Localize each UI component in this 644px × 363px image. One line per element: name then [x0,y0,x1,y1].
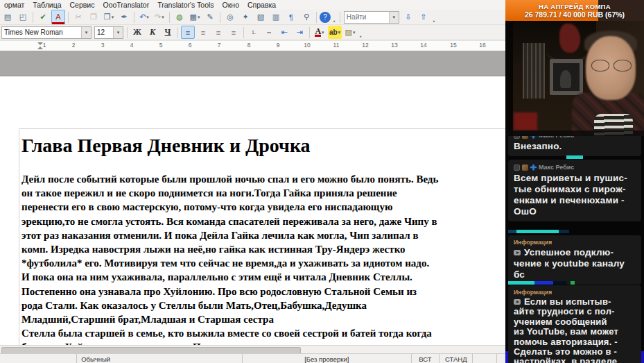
ruler-mark: 11 [333,42,340,49]
document-line: И пока она на ним ухаживала, параллельно… [21,270,438,284]
gallery-icon[interactable]: ▧ [254,10,268,24]
help-icon[interactable]: ? [320,12,331,23]
chevron-down-icon[interactable]: ▾ [389,12,399,23]
toolbar-separator [127,27,128,38]
document-line: рода Стали. Как оказалось у Стеллы были … [21,298,438,312]
ruler-mark: 16 [479,42,485,49]
hyperlink-icon[interactable]: ◍ [173,10,186,24]
toolbar-overflow-handle[interactable]: ▪ [433,18,435,24]
paste-icon[interactable]: ❒ [102,10,116,24]
chevron-down-icon[interactable]: ▾ [81,27,91,38]
toolbar-separator [309,27,310,38]
draw-icon[interactable]: ✎ [203,10,217,24]
chat-text: Успешное подклю- [524,247,613,258]
find-previous-icon[interactable]: ⇧ [417,10,430,24]
chat-text-line: бс [514,269,636,280]
toolbar-separator [177,27,178,38]
standard-toolbar: ▤ ◰ ✔ A ✂ ❐ ❒ ✒ ↶ ↷ ◍ ▦ ✎ ◎ ✦ ▧ ▥ ¶ ⚲ ? … [0,10,505,25]
menu-format[interactable]: ормат [0,1,28,9]
copy-icon[interactable]: ❐ [87,10,101,24]
chevron-down-icon[interactable]: ▾ [113,27,123,38]
spellcheck-icon[interactable]: ✔ [36,10,50,24]
chat-system-message: Информация Успешное подклю- чение к yout… [508,235,641,285]
menu-table[interactable]: Таблица [28,1,65,9]
ruler-mark: 7 [218,42,221,49]
page-preview-icon[interactable]: ◰ [16,10,30,24]
chat-text-line: Внезапно. [514,141,636,152]
wrench-badge-icon [530,164,537,171]
toolbar-separator [134,12,134,23]
chat-info-label: Информация [514,289,636,296]
document-page[interactable]: Глава Первая Дневник и Дрочка Дейл после… [0,76,505,345]
font-size-input[interactable] [95,27,113,38]
undo-icon[interactable]: ↶ [137,10,151,24]
align-left-icon[interactable]: ≡ [181,26,195,39]
auto-spellcheck-icon[interactable]: A [51,10,65,24]
ruler-mark: 10 [304,42,310,49]
status-language[interactable]: [Без проверки] [243,354,412,363]
chat-text-line: учением сообщений [514,317,636,327]
donation-goal-widget: НА АПГРЕЙД КОМПА 26 789.71 / 40 000 RUB … [505,0,644,21]
menu-window[interactable]: Окно [218,1,243,9]
format-paintbrush-icon[interactable]: ✒ [117,10,131,24]
formatting-marks-icon[interactable]: ¶ [284,10,298,24]
menu-help[interactable]: Справка [243,1,280,9]
ruler-mark: 15 [450,42,456,49]
bullet-list-icon[interactable]: •• [262,26,276,39]
zoom-icon[interactable]: ⚲ [299,10,313,24]
status-page-style[interactable]: Обычный [77,354,243,363]
print-icon[interactable]: ▤ [1,10,15,24]
find-replace-icon[interactable]: ◎ [223,10,237,24]
status-empty-cell [473,354,497,363]
chat-text-line: енками и печенюхами - [514,195,636,206]
cut-icon[interactable]: ✂ [71,10,85,24]
menu-tools[interactable]: Сервис [66,1,99,9]
chat-info-label: Информация [514,239,636,246]
bold-button[interactable]: Ж [130,26,144,39]
align-right-icon[interactable]: ≡ [211,26,225,39]
table-icon[interactable]: ▦ [188,10,202,24]
font-size-combobox[interactable]: ▾ [94,26,123,39]
font-name-combobox[interactable]: ▾ [1,26,92,39]
font-name-input[interactable] [2,27,81,38]
underline-button[interactable]: Ч [161,26,175,39]
goal-amount: 26 789.71 / 40 000 RUB (67%) [525,10,625,19]
goal-text: НА АПГРЕЙД КОМПА 26 789.71 / 40 000 RUB … [505,0,644,21]
toolbar-separator [68,12,69,23]
menu-translators-tools[interactable]: Translator's Tools [153,1,218,9]
highlighting-icon[interactable]: ab [328,26,342,39]
background-color-icon[interactable]: ▨ [343,26,357,39]
align-justify-icon[interactable]: ≡ [227,26,241,39]
toolbar-overflow-handle[interactable]: ▪ [333,18,336,24]
redo-icon[interactable]: ↷ [153,10,166,24]
data-sources-icon[interactable]: ▥ [269,10,283,24]
status-bar: Обычный [Без проверки] ВСТ СТАНД [0,353,505,363]
toolbar-separator [340,12,340,23]
increase-indent-icon[interactable]: ⇥ [293,26,306,39]
chat-text-line: тые обнимахи с пирож- [514,184,636,195]
find-combobox[interactable]: ▾ [344,11,399,24]
numbered-list-icon[interactable]: 1. [247,26,261,39]
menu-oootranslator[interactable]: OooTranslator [98,1,153,9]
document-line: он такое пережил и не скоро поднимется н… [21,186,438,200]
find-input[interactable] [345,12,389,23]
italic-button[interactable]: К [146,26,159,39]
ruler-mark: 2 [72,42,76,49]
chat-author-row: Макс Ребис [514,163,636,171]
status-insert-mode[interactable]: ВСТ [412,354,440,363]
status-selection-mode[interactable]: СТАНД [440,354,473,363]
chat-text-line: Всем приветы и пушис- [514,173,636,184]
webcam-monitor [550,59,583,95]
decrease-indent-icon[interactable]: ⇤ [277,26,291,39]
formatting-toolbar: ▾ ▾ Ж К Ч ≡ ≡ ≡ ≡ 1. •• ⇤ ⇥ A ab ▨ ▪ [0,25,505,40]
chat-text: Если вы испытыв- [524,296,611,307]
horizontal-ruler[interactable]: 1 2 3 4 5 6 7 8 9 10 11 12 13 14 15 16 [0,40,505,51]
navigator-icon[interactable]: ✦ [238,10,252,24]
find-next-icon[interactable]: ⇩ [401,10,415,24]
document-line: Младший,Старший брат,Младшая и Старшая с… [21,312,438,326]
align-center-icon[interactable]: ≡ [196,26,210,39]
document-body: Дейл после событий которые были прошлой … [21,172,438,345]
toolbar-overflow-handle[interactable]: ▪ [360,33,362,40]
font-color-icon[interactable]: A [315,28,321,37]
chat-text-line: помочь авторизация. - [514,337,636,347]
